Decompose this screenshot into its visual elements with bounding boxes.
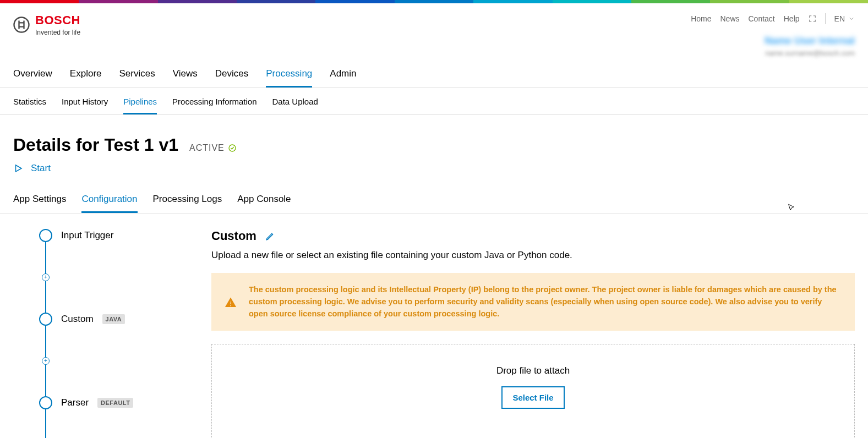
step-parser[interactable]: Parser DEFAULT [33,396,200,409]
tab-app-console[interactable]: App Console [237,194,291,213]
main-nav-item-devices[interactable]: Devices [215,68,248,87]
warning-banner: The custom processing logic and its Inte… [211,273,855,331]
pencil-icon[interactable] [265,231,275,241]
svg-point-1 [229,145,236,151]
fullscreen-icon[interactable] [809,15,816,23]
step-tag: JAVA [102,314,125,324]
sub-nav-item-data-upload[interactable]: Data Upload [272,97,318,114]
step-tag: DEFAULT [97,398,133,408]
chevron-down-icon [848,15,855,22]
step-label: Custom [61,314,94,325]
logo[interactable]: BOSCH Invented for life [13,13,80,36]
main-nav-item-views[interactable]: Views [173,68,198,87]
main-nav: OverviewExploreServicesViewsDevicesProce… [0,57,868,88]
language-label: EN [834,14,845,23]
drop-label: Drop file to attach [496,365,570,376]
nav-news[interactable]: News [720,14,739,23]
sub-nav: StatisticsInput HistoryPipelinesProcessi… [0,88,868,115]
step-label: Input Trigger [61,230,113,241]
start-label: Start [31,163,51,174]
language-selector[interactable]: EN [834,14,855,23]
status-text: ACTIVE [189,143,225,153]
brand-stripe [0,0,868,3]
tab-processing-logs[interactable]: Processing Logs [153,194,222,213]
step-input-trigger[interactable]: Input Trigger [33,229,200,242]
brand-name: BOSCH [35,13,80,28]
tab-configuration[interactable]: Configuration [81,194,137,213]
panel-description: Upload a new file or select an existing … [211,250,855,261]
sub-nav-item-processing-information[interactable]: Processing Information [172,97,256,114]
plus-icon: + [42,273,50,281]
select-file-button[interactable]: Select File [501,386,564,409]
nav-home[interactable]: Home [691,14,711,23]
step-add-after-input[interactable]: + [33,271,200,284]
start-button[interactable]: Start [13,163,855,174]
status-badge: ACTIVE [189,143,237,153]
step-label: Parser [61,397,89,408]
page-title: Details for Test 1 v1 [13,135,178,155]
user-name: Name User Internal [765,35,855,47]
config-panel: Custom Upload a new file or select an ex… [211,229,855,438]
file-drop-zone[interactable]: Drop file to attach Select File [211,344,855,438]
step-add-after-custom[interactable]: + [33,354,200,368]
sub-nav-item-pipelines[interactable]: Pipelines [123,97,157,114]
brand-tagline: Invented for life [35,29,80,36]
step-custom[interactable]: Custom JAVA [33,313,200,326]
main-nav-item-explore[interactable]: Explore [70,68,102,87]
user-email: name.surname@bosch.com [765,49,855,57]
nav-contact[interactable]: Contact [749,14,775,23]
panel-title: Custom [211,229,256,243]
main-nav-item-services[interactable]: Services [119,68,155,87]
main-nav-item-overview[interactable]: Overview [13,68,52,87]
play-icon [13,163,23,173]
tab-app-settings[interactable]: App Settings [13,194,66,213]
main-nav-item-admin[interactable]: Admin [330,68,356,87]
main-nav-item-processing[interactable]: Processing [266,68,312,87]
nav-help[interactable]: Help [784,14,800,23]
sub-nav-item-input-history[interactable]: Input History [62,97,108,114]
check-circle-icon [228,144,237,152]
warning-icon [225,285,237,320]
content-tabs: App SettingsConfigurationProcessing Logs… [0,174,868,213]
sub-nav-item-statistics[interactable]: Statistics [13,97,46,114]
bosch-logo-icon [13,17,30,33]
plus-icon: + [42,357,50,365]
svg-point-0 [14,18,29,32]
step-rail: Input Trigger + Custom JAVA + Parser DEF… [13,229,200,438]
top-utility-nav: Home News Contact Help EN [691,13,855,24]
warning-text: The custom processing logic and its Inte… [249,284,842,320]
user-info[interactable]: Name User Internal name.surname@bosch.co… [765,35,855,57]
